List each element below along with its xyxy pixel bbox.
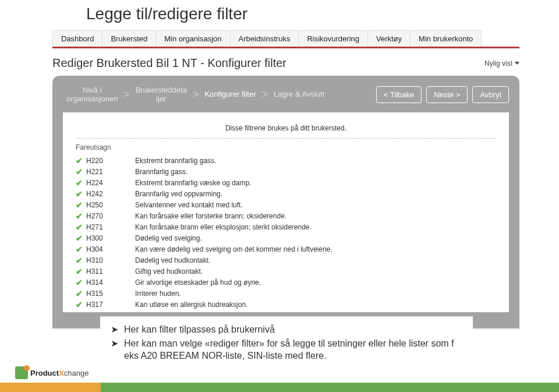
filter-code: H310 — [86, 256, 135, 264]
filter-row: ✔H314Gir alvorlige etseskader på hud og … — [76, 277, 496, 288]
filter-description: Ekstremt brannfarlig gass. — [135, 157, 216, 165]
filter-description: Irriterer huden. — [135, 289, 181, 298]
check-icon: ✔ — [76, 289, 86, 298]
filter-description: Gir alvorlige etseskader på hud og øyne. — [135, 278, 261, 287]
check-icon: ✔ — [76, 278, 86, 287]
chevron-right-icon: > — [122, 89, 131, 101]
filter-description: Kan utløse en allergisk hudreaksjon. — [135, 301, 247, 309]
filter-row: ✔H220Ekstremt brannfarlig gass. — [76, 155, 496, 166]
nav-tab-brukersted[interactable]: Brukersted — [102, 30, 156, 47]
filter-code: H317 — [86, 301, 135, 309]
filter-description: Brannfarlig ved oppvarming. — [135, 190, 222, 198]
check-icon: ✔ — [76, 267, 86, 276]
page-title: Rediger Brukersted Bil 1 NT - Konfigurer… — [52, 56, 286, 70]
nav-tab-min-organisasjon[interactable]: Min organisasjon — [156, 30, 230, 47]
filter-code: H300 — [86, 234, 135, 242]
filter-code: H271 — [86, 223, 135, 231]
filter-description: Giftig ved hudkontakt. — [135, 267, 203, 276]
check-icon: ✔ — [76, 189, 86, 199]
filter-row: ✔H221Brannfarlig gass. — [76, 166, 496, 177]
filter-description: Kan være dødelig ved svelging om det kom… — [135, 245, 332, 253]
filter-description: Selvantenner ved kontakt med luft. — [135, 201, 243, 209]
back-button[interactable]: < Tilbake — [376, 86, 422, 103]
chevron-right-icon: > — [261, 89, 270, 101]
filter-code: H250 — [86, 201, 135, 209]
check-icon: ✔ — [76, 223, 86, 232]
logo-text: ProductXchange — [30, 369, 89, 377]
filter-code: H242 — [86, 190, 135, 198]
bullet-icon: ➤ — [111, 337, 118, 362]
filter-description: Dødelig ved hudkontakt. — [135, 256, 210, 264]
recently-viewed-dropdown[interactable]: Nylig vist — [484, 59, 519, 68]
filter-row: ✔H300Dødelig ved svelging. — [76, 232, 496, 243]
filter-row: ✔H315Irriterer huden. — [76, 288, 496, 299]
check-icon: ✔ — [76, 167, 86, 176]
filter-description: Kan forårsake eller forsterke brann; oks… — [135, 212, 286, 220]
breadcrumb: Nivå i organisasjonen > Brukersteddeta l… — [63, 86, 328, 103]
nav-tab-dashbord[interactable]: Dashbord — [52, 30, 102, 47]
check-icon: ✔ — [76, 156, 86, 165]
next-button[interactable]: Neste > — [426, 86, 468, 103]
check-icon: ✔ — [76, 178, 86, 188]
productxchange-logo: ProductXchange — [15, 366, 89, 379]
filter-code: H270 — [86, 212, 135, 220]
footer-bar — [0, 383, 559, 392]
nav-tab-verktoy[interactable]: Verktøy — [368, 30, 411, 47]
main-nav: Dashbord Brukersted Min organisasjon Arb… — [52, 30, 519, 48]
chevron-right-icon: > — [192, 89, 200, 101]
callout-line-1: ➤ Her kan filter tilpasses på brukernivå — [111, 323, 462, 337]
page-header: Rediger Brukersted Bil 1 NT - Konfigurer… — [52, 48, 519, 76]
check-icon: ✔ — [76, 234, 86, 243]
bullet-icon: ➤ — [111, 323, 118, 336]
check-icon: ✔ — [76, 211, 86, 221]
content-panel: Disse filtrene brukes på ditt brukersted… — [63, 112, 509, 312]
section-label: Fareutsagn — [76, 142, 496, 155]
nav-tab-risikovurdering[interactable]: Risikovurdering — [299, 30, 368, 47]
filter-intro-text: Disse filtrene brukes på ditt brukersted… — [76, 124, 496, 139]
filter-description: Ekstremt brannfarlig væske og damp. — [135, 179, 251, 187]
filter-code: H311 — [86, 267, 135, 276]
wizard-top: Nivå i organisasjonen > Brukersteddeta l… — [63, 86, 509, 103]
check-icon: ✔ — [76, 200, 86, 210]
breadcrumb-step-1[interactable]: Nivå i organisasjonen — [63, 86, 121, 103]
filter-row: ✔H271Kan forårsake brann eller eksplosjo… — [76, 221, 496, 232]
filter-code: H220 — [86, 157, 135, 165]
filter-description: Dødelig ved svelging. — [135, 234, 202, 242]
filter-row: ✔H270Kan forårsake eller forsterke brann… — [76, 210, 496, 221]
filter-row: ✔H311Giftig ved hudkontakt. — [76, 266, 496, 277]
filter-row: ✔H310Dødelig ved hudkontakt. — [76, 255, 496, 266]
wizard-panel: Nivå i organisasjonen > Brukersteddeta l… — [52, 76, 519, 329]
wizard-buttons: < Tilbake Neste > Avbryt — [376, 86, 509, 103]
filter-code: H224 — [86, 179, 135, 187]
filter-row: ✔H250Selvantenner ved kontakt med luft. — [76, 199, 496, 210]
breadcrumb-step-3[interactable]: Konfigurer filter — [201, 90, 259, 98]
cancel-button[interactable]: Avbryt — [472, 86, 509, 103]
nav-tab-arbeidsinstruks[interactable]: Arbeidsinstruks — [231, 30, 299, 47]
filter-code: H221 — [86, 168, 135, 176]
filter-code: H315 — [86, 289, 135, 298]
breadcrumb-step-2[interactable]: Brukersteddeta ljer — [132, 86, 190, 103]
app-screenshot: Dashbord Brukersted Min organisasjon Arb… — [52, 30, 519, 329]
chevron-down-icon — [515, 62, 519, 65]
filter-code: H314 — [86, 278, 135, 287]
filter-row: ✔H317Kan utløse en allergisk hudreaksjon… — [76, 299, 496, 310]
filter-row: ✔H242Brannfarlig ved oppvarming. — [76, 188, 496, 199]
filter-list: ✔H220Ekstremt brannfarlig gass.✔H221Bran… — [76, 155, 496, 310]
recently-viewed-label: Nylig vist — [484, 59, 512, 68]
breadcrumb-step-4[interactable]: Lagre & Avslutt — [270, 90, 328, 98]
logo-icon — [15, 366, 28, 379]
filter-description: Kan forårsake brann eller eksplosjon; st… — [135, 223, 312, 231]
nav-tab-min-brukerkonto[interactable]: Min brukerkonto — [411, 30, 482, 47]
callout-box: ➤ Her kan filter tilpasses på brukernivå… — [100, 316, 473, 371]
filter-description: Brannfarlig gass. — [135, 168, 187, 176]
slide-title: Legge til/redigere filter — [0, 0, 559, 30]
filter-code: H304 — [86, 245, 135, 253]
check-icon: ✔ — [76, 300, 86, 309]
callout-line-2: ➤ Her kan man velge «rediger filter» for… — [111, 337, 462, 363]
check-icon: ✔ — [76, 256, 86, 265]
filter-row: ✔H224Ekstremt brannfarlig væske og damp. — [76, 177, 496, 188]
check-icon: ✔ — [76, 245, 86, 254]
filter-row: ✔H304Kan være dødelig ved svelging om de… — [76, 243, 496, 255]
